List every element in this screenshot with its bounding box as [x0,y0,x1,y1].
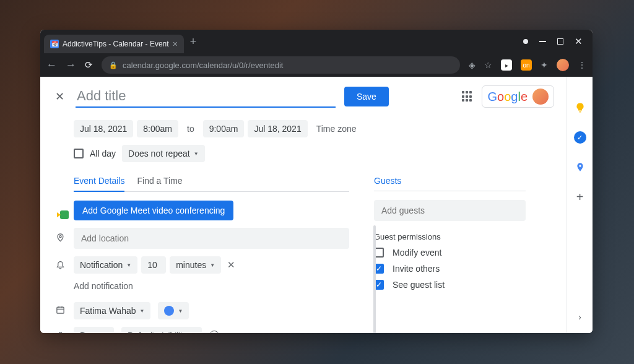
address-bar: ← → ⟳ 🔒 calendar.google.com/calendar/u/0… [40,53,593,77]
chevron-down-icon: ▼ [194,151,199,157]
calendar-owner-dropdown[interactable]: Fatima Wahab▼ [74,302,150,319]
account-dot-icon[interactable] [523,39,528,44]
add-notification-link[interactable]: Add notification [74,281,133,291]
busy-dropdown[interactable]: Busy▼ [74,327,114,333]
svg-rect-1 [56,307,63,313]
toolbar-icons: ◈ ☆ ▸ on ✦ ⋮ [469,59,586,71]
start-time-chip[interactable]: 8:00am [137,120,178,137]
add-guests-input[interactable] [374,200,526,221]
tab-find-a-time[interactable]: Find a Time [137,176,182,191]
remove-notification-icon[interactable]: ✕ [225,257,238,273]
google-account-badge[interactable]: Google [482,85,554,108]
google-logo: Google [487,90,528,104]
forward-icon[interactable]: → [66,59,76,71]
notif-unit-dropdown[interactable]: minutes▼ [170,256,221,274]
page-content: ✕ Save Google Jul 18, 2021 8:00am to 9:0… [40,77,593,333]
color-dropdown[interactable]: ▼ [158,302,189,319]
color-dot-icon [164,306,174,316]
see-guest-list-label: See guest list [393,280,445,290]
end-time-chip[interactable]: 9:00am [203,120,245,137]
permissions-header: Guest permissions [374,232,526,241]
location-pin-icon [54,232,66,245]
lock-icon: 🔒 [109,61,118,69]
tasks-icon[interactable]: ✓ [574,131,586,144]
calendar-icon [54,305,66,316]
save-button[interactable]: Save [344,87,389,106]
close-editor-icon[interactable]: ✕ [53,87,67,106]
browser-tab[interactable]: 📅 AddictiveTips - Calendar - Event × [44,35,184,53]
help-icon[interactable]: ? [209,331,219,333]
allday-label: All day [90,149,116,158]
extensions-icon[interactable]: ✦ [541,60,548,70]
repeat-value: Does not repeat [128,149,190,158]
side-panel: ✓ + › [567,77,593,333]
add-google-meet-button[interactable]: Add Google Meet video conferencing [74,201,233,220]
close-tab-icon[interactable]: × [173,39,178,49]
url-text: calendar.google.com/calendar/u/0/r/event… [123,61,283,70]
svg-point-6 [579,165,581,167]
calendar-favicon-icon: 📅 [50,40,59,48]
maps-icon[interactable] [574,161,586,173]
browser-window: 📅 AddictiveTips - Calendar - Event × + ✕… [40,30,593,333]
menu-icon[interactable]: ⋮ [578,60,586,70]
maximize-icon[interactable] [557,38,563,45]
titlebar: 📅 AddictiveTips - Calendar - Event × + ✕ [40,30,593,53]
modify-event-label: Modify event [393,248,441,258]
svg-point-0 [59,235,61,237]
scrollbar-track[interactable] [373,225,376,333]
back-icon[interactable]: ← [46,59,57,71]
keep-icon[interactable] [574,102,586,114]
event-editor: ✕ Save Google Jul 18, 2021 8:00am to 9:0… [40,77,567,333]
apps-grid-icon[interactable] [462,91,473,102]
new-tab-button[interactable]: + [190,35,197,48]
minimize-icon[interactable] [539,41,546,42]
close-window-icon[interactable]: ✕ [575,36,583,47]
guests-tab[interactable]: Guests [374,176,526,191]
bell-icon [54,259,66,271]
bookmark-icon[interactable]: ☆ [484,60,492,70]
event-title-input[interactable] [76,85,336,108]
notif-type-dropdown[interactable]: Notification▼ [74,256,137,274]
briefcase-icon [54,331,66,334]
end-date-chip[interactable]: Jul 18, 2021 [248,120,307,137]
share-icon[interactable]: ◈ [469,60,476,70]
start-date-chip[interactable]: Jul 18, 2021 [74,120,133,137]
collapse-panel-icon[interactable]: › [574,311,586,323]
profile-avatar-icon[interactable] [557,59,569,71]
url-field[interactable]: 🔒 calendar.google.com/calendar/u/0/r/eve… [102,56,460,74]
extension2-icon[interactable]: on [521,59,532,71]
account-avatar-icon [532,89,549,105]
extension1-icon[interactable]: ▸ [501,59,512,71]
reload-icon[interactable]: ⟳ [85,59,93,71]
tab-event-details[interactable]: Event Details [74,176,124,192]
notif-value-input[interactable]: 10 [141,256,166,274]
allday-checkbox[interactable] [74,149,84,158]
window-controls: ✕ [523,36,589,47]
visibility-dropdown[interactable]: Default visibility▼ [121,327,202,333]
tab-title: AddictiveTips - Calendar - Event [63,40,169,48]
add-panel-icon[interactable]: + [574,191,586,203]
to-label: to [182,120,199,137]
repeat-dropdown[interactable]: Does not repeat ▼ [122,145,205,162]
location-input[interactable] [74,228,349,249]
timezone-link[interactable]: Time zone [311,120,362,137]
invite-others-label: Invite others [393,264,440,274]
